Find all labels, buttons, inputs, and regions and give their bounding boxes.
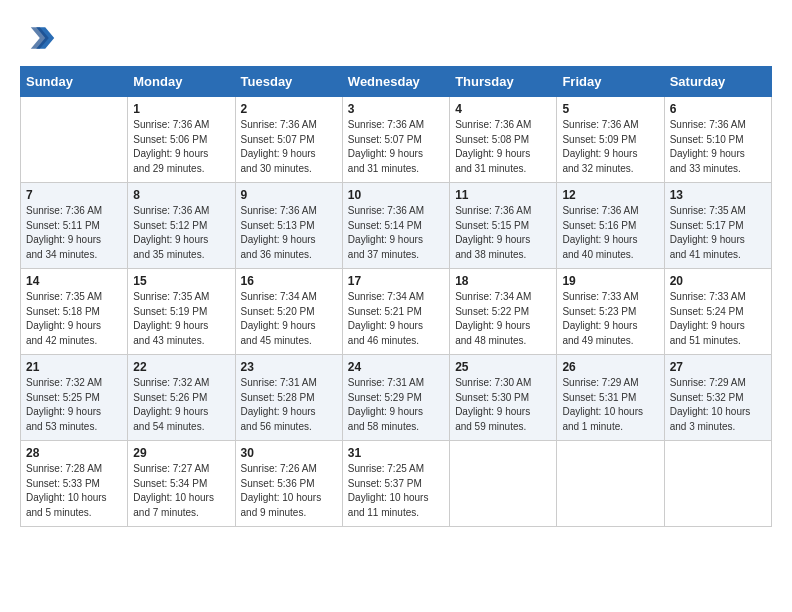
calendar-header: SundayMondayTuesdayWednesdayThursdayFrid… [21, 67, 772, 97]
cell-info: Sunrise: 7:25 AM Sunset: 5:37 PM Dayligh… [348, 462, 444, 520]
cell-info: Sunrise: 7:36 AM Sunset: 5:11 PM Dayligh… [26, 204, 122, 262]
calendar-cell: 7Sunrise: 7:36 AM Sunset: 5:11 PM Daylig… [21, 183, 128, 269]
day-number: 13 [670, 188, 766, 202]
day-number: 5 [562, 102, 658, 116]
calendar-cell: 30Sunrise: 7:26 AM Sunset: 5:36 PM Dayli… [235, 441, 342, 527]
calendar-week-row: 1Sunrise: 7:36 AM Sunset: 5:06 PM Daylig… [21, 97, 772, 183]
calendar-cell: 16Sunrise: 7:34 AM Sunset: 5:20 PM Dayli… [235, 269, 342, 355]
day-number: 9 [241, 188, 337, 202]
cell-info: Sunrise: 7:33 AM Sunset: 5:23 PM Dayligh… [562, 290, 658, 348]
calendar-cell: 1Sunrise: 7:36 AM Sunset: 5:06 PM Daylig… [128, 97, 235, 183]
day-number: 30 [241, 446, 337, 460]
cell-info: Sunrise: 7:36 AM Sunset: 5:15 PM Dayligh… [455, 204, 551, 262]
cell-info: Sunrise: 7:35 AM Sunset: 5:19 PM Dayligh… [133, 290, 229, 348]
weekday-header: Friday [557, 67, 664, 97]
cell-info: Sunrise: 7:35 AM Sunset: 5:17 PM Dayligh… [670, 204, 766, 262]
calendar-cell [557, 441, 664, 527]
calendar-cell: 27Sunrise: 7:29 AM Sunset: 5:32 PM Dayli… [664, 355, 771, 441]
calendar-cell: 3Sunrise: 7:36 AM Sunset: 5:07 PM Daylig… [342, 97, 449, 183]
cell-info: Sunrise: 7:36 AM Sunset: 5:13 PM Dayligh… [241, 204, 337, 262]
cell-info: Sunrise: 7:36 AM Sunset: 5:06 PM Dayligh… [133, 118, 229, 176]
day-number: 28 [26, 446, 122, 460]
calendar-cell: 23Sunrise: 7:31 AM Sunset: 5:28 PM Dayli… [235, 355, 342, 441]
cell-info: Sunrise: 7:31 AM Sunset: 5:28 PM Dayligh… [241, 376, 337, 434]
day-number: 21 [26, 360, 122, 374]
calendar-cell: 17Sunrise: 7:34 AM Sunset: 5:21 PM Dayli… [342, 269, 449, 355]
weekday-header: Saturday [664, 67, 771, 97]
calendar-cell: 28Sunrise: 7:28 AM Sunset: 5:33 PM Dayli… [21, 441, 128, 527]
calendar-cell: 11Sunrise: 7:36 AM Sunset: 5:15 PM Dayli… [450, 183, 557, 269]
cell-info: Sunrise: 7:36 AM Sunset: 5:16 PM Dayligh… [562, 204, 658, 262]
day-number: 2 [241, 102, 337, 116]
calendar-cell: 24Sunrise: 7:31 AM Sunset: 5:29 PM Dayli… [342, 355, 449, 441]
cell-info: Sunrise: 7:36 AM Sunset: 5:08 PM Dayligh… [455, 118, 551, 176]
calendar-cell: 4Sunrise: 7:36 AM Sunset: 5:08 PM Daylig… [450, 97, 557, 183]
cell-info: Sunrise: 7:36 AM Sunset: 5:14 PM Dayligh… [348, 204, 444, 262]
cell-info: Sunrise: 7:32 AM Sunset: 5:26 PM Dayligh… [133, 376, 229, 434]
calendar-week-row: 14Sunrise: 7:35 AM Sunset: 5:18 PM Dayli… [21, 269, 772, 355]
calendar-cell: 22Sunrise: 7:32 AM Sunset: 5:26 PM Dayli… [128, 355, 235, 441]
logo-icon [20, 20, 56, 56]
calendar-cell: 20Sunrise: 7:33 AM Sunset: 5:24 PM Dayli… [664, 269, 771, 355]
cell-info: Sunrise: 7:36 AM Sunset: 5:07 PM Dayligh… [241, 118, 337, 176]
cell-info: Sunrise: 7:34 AM Sunset: 5:20 PM Dayligh… [241, 290, 337, 348]
day-number: 8 [133, 188, 229, 202]
day-number: 29 [133, 446, 229, 460]
calendar-cell: 2Sunrise: 7:36 AM Sunset: 5:07 PM Daylig… [235, 97, 342, 183]
day-number: 12 [562, 188, 658, 202]
logo [20, 20, 62, 56]
calendar-cell [450, 441, 557, 527]
calendar-cell: 18Sunrise: 7:34 AM Sunset: 5:22 PM Dayli… [450, 269, 557, 355]
day-number: 18 [455, 274, 551, 288]
day-number: 3 [348, 102, 444, 116]
day-number: 27 [670, 360, 766, 374]
weekday-header: Wednesday [342, 67, 449, 97]
day-number: 25 [455, 360, 551, 374]
day-number: 11 [455, 188, 551, 202]
weekday-row: SundayMondayTuesdayWednesdayThursdayFrid… [21, 67, 772, 97]
calendar-week-row: 28Sunrise: 7:28 AM Sunset: 5:33 PM Dayli… [21, 441, 772, 527]
page-header [20, 20, 772, 56]
calendar-cell: 15Sunrise: 7:35 AM Sunset: 5:19 PM Dayli… [128, 269, 235, 355]
day-number: 20 [670, 274, 766, 288]
day-number: 15 [133, 274, 229, 288]
cell-info: Sunrise: 7:34 AM Sunset: 5:21 PM Dayligh… [348, 290, 444, 348]
day-number: 22 [133, 360, 229, 374]
day-number: 19 [562, 274, 658, 288]
cell-info: Sunrise: 7:30 AM Sunset: 5:30 PM Dayligh… [455, 376, 551, 434]
cell-info: Sunrise: 7:33 AM Sunset: 5:24 PM Dayligh… [670, 290, 766, 348]
cell-info: Sunrise: 7:28 AM Sunset: 5:33 PM Dayligh… [26, 462, 122, 520]
calendar-week-row: 7Sunrise: 7:36 AM Sunset: 5:11 PM Daylig… [21, 183, 772, 269]
cell-info: Sunrise: 7:31 AM Sunset: 5:29 PM Dayligh… [348, 376, 444, 434]
day-number: 14 [26, 274, 122, 288]
day-number: 24 [348, 360, 444, 374]
calendar-cell: 25Sunrise: 7:30 AM Sunset: 5:30 PM Dayli… [450, 355, 557, 441]
calendar-cell: 10Sunrise: 7:36 AM Sunset: 5:14 PM Dayli… [342, 183, 449, 269]
calendar-cell [664, 441, 771, 527]
calendar-cell: 14Sunrise: 7:35 AM Sunset: 5:18 PM Dayli… [21, 269, 128, 355]
calendar-cell: 21Sunrise: 7:32 AM Sunset: 5:25 PM Dayli… [21, 355, 128, 441]
calendar-cell: 19Sunrise: 7:33 AM Sunset: 5:23 PM Dayli… [557, 269, 664, 355]
calendar-cell: 31Sunrise: 7:25 AM Sunset: 5:37 PM Dayli… [342, 441, 449, 527]
day-number: 6 [670, 102, 766, 116]
calendar-cell: 26Sunrise: 7:29 AM Sunset: 5:31 PM Dayli… [557, 355, 664, 441]
cell-info: Sunrise: 7:35 AM Sunset: 5:18 PM Dayligh… [26, 290, 122, 348]
day-number: 7 [26, 188, 122, 202]
day-number: 4 [455, 102, 551, 116]
calendar-body: 1Sunrise: 7:36 AM Sunset: 5:06 PM Daylig… [21, 97, 772, 527]
day-number: 31 [348, 446, 444, 460]
weekday-header: Sunday [21, 67, 128, 97]
day-number: 26 [562, 360, 658, 374]
calendar-cell: 5Sunrise: 7:36 AM Sunset: 5:09 PM Daylig… [557, 97, 664, 183]
cell-info: Sunrise: 7:26 AM Sunset: 5:36 PM Dayligh… [241, 462, 337, 520]
day-number: 10 [348, 188, 444, 202]
day-number: 23 [241, 360, 337, 374]
calendar-week-row: 21Sunrise: 7:32 AM Sunset: 5:25 PM Dayli… [21, 355, 772, 441]
calendar-cell: 9Sunrise: 7:36 AM Sunset: 5:13 PM Daylig… [235, 183, 342, 269]
calendar-cell: 13Sunrise: 7:35 AM Sunset: 5:17 PM Dayli… [664, 183, 771, 269]
cell-info: Sunrise: 7:27 AM Sunset: 5:34 PM Dayligh… [133, 462, 229, 520]
day-number: 1 [133, 102, 229, 116]
calendar-table: SundayMondayTuesdayWednesdayThursdayFrid… [20, 66, 772, 527]
calendar-cell: 12Sunrise: 7:36 AM Sunset: 5:16 PM Dayli… [557, 183, 664, 269]
cell-info: Sunrise: 7:29 AM Sunset: 5:31 PM Dayligh… [562, 376, 658, 434]
